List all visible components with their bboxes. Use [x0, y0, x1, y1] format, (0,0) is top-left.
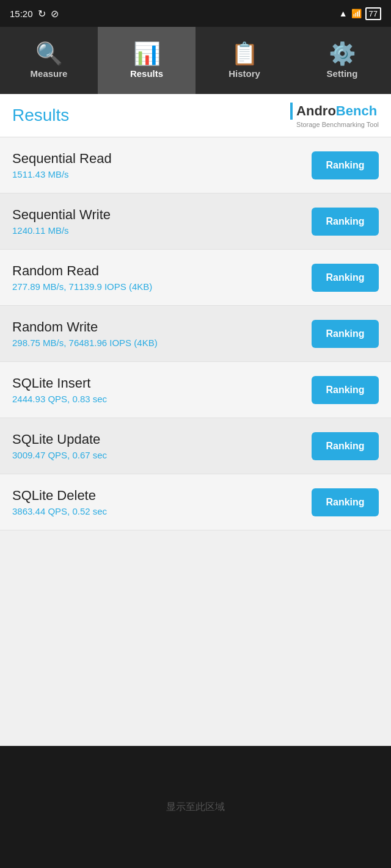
benchmark-row-sqlite-delete: SQLite Delete 3863.44 QPS, 0.52 sec Rank… [0, 474, 391, 530]
benchmark-info-sequential-write: Sequential Write 1240.11 MB/s [12, 207, 312, 236]
ranking-button-sqlite-update[interactable]: Ranking [312, 432, 379, 460]
measure-icon: 🔍 [35, 43, 63, 65]
brand-bench: Bench [336, 103, 377, 119]
tab-history-label: History [228, 68, 260, 79]
benchmark-value-sqlite-delete: 3863.44 QPS, 0.52 sec [12, 506, 312, 516]
benchmark-name-random-read: Random Read [12, 263, 312, 279]
tab-setting-label: Setting [327, 68, 358, 79]
benchmark-value-sequential-write: 1240.11 MB/s [12, 225, 312, 236]
benchmark-info-sqlite-insert: SQLite Insert 2444.93 QPS, 0.83 sec [12, 375, 312, 404]
history-icon: 📋 [231, 43, 258, 65]
results-title: Results [12, 106, 69, 125]
benchmark-row-sequential-write: Sequential Write 1240.11 MB/s Ranking [0, 193, 391, 250]
benchmark-info-random-write: Random Write 298.75 MB/s, 76481.96 IOPS … [12, 319, 312, 348]
brand-sub: Storage Benchmarking Tool [296, 121, 379, 128]
loop-icon: ↻ [38, 8, 46, 20]
tab-setting[interactable]: ⚙️ Setting [293, 27, 391, 94]
benchmark-name-sqlite-delete: SQLite Delete [12, 488, 312, 504]
ranking-button-sqlite-delete[interactable]: Ranking [312, 488, 379, 516]
status-time: 15:20 [10, 9, 33, 19]
benchmark-list: Sequential Read 1511.43 MB/s Ranking Seq… [0, 137, 391, 746]
tab-results-label: Results [130, 68, 163, 79]
benchmark-name-random-write: Random Write [12, 319, 312, 335]
benchmark-name-sqlite-update: SQLite Update [12, 432, 312, 447]
benchmark-row-random-write: Random Write 298.75 MB/s, 76481.96 IOPS … [0, 306, 391, 362]
benchmark-row-sqlite-insert: SQLite Insert 2444.93 QPS, 0.83 sec Rank… [0, 362, 391, 418]
benchmark-value-random-write: 298.75 MB/s, 76481.96 IOPS (4KB) [12, 338, 312, 348]
benchmark-info-sequential-read: Sequential Read 1511.43 MB/s [12, 151, 312, 179]
ranking-button-random-read[interactable]: Ranking [312, 264, 379, 292]
benchmark-info-random-read: Random Read 277.89 MB/s, 71139.9 IOPS (4… [12, 263, 312, 292]
benchmark-info-sqlite-delete: SQLite Delete 3863.44 QPS, 0.52 sec [12, 488, 312, 516]
benchmark-value-sqlite-update: 3009.47 QPS, 0.67 sec [12, 450, 312, 460]
results-icon: 📊 [133, 43, 161, 65]
benchmark-value-random-read: 277.89 MB/s, 71139.9 IOPS (4KB) [12, 281, 312, 292]
benchmark-row-sqlite-update: SQLite Update 3009.47 QPS, 0.67 sec Rank… [0, 418, 391, 474]
brand-name: AndroBench [290, 103, 377, 120]
signal-icon: ▲ [339, 9, 348, 18]
setting-icon: ⚙️ [329, 43, 356, 65]
benchmark-row-random-read: Random Read 277.89 MB/s, 71139.9 IOPS (4… [0, 250, 391, 306]
battery-icon: 77 [365, 7, 381, 20]
benchmark-name-sequential-read: Sequential Read [12, 151, 312, 167]
tab-history[interactable]: 📋 History [196, 27, 293, 94]
tab-measure-label: Measure [31, 68, 68, 79]
block-icon: ⊘ [51, 8, 59, 20]
status-right: ▲ 📶 77 [339, 7, 381, 20]
results-header: Results AndroBench Storage Benchmarking … [0, 94, 391, 137]
status-left: 15:20 ↻ ⊘ [10, 8, 59, 20]
tab-results[interactable]: 📊 Results [98, 27, 196, 94]
benchmark-row-sequential-read: Sequential Read 1511.43 MB/s Ranking [0, 137, 391, 193]
brand-andro: Andro [296, 103, 336, 119]
brand-logo: AndroBench Storage Benchmarking Tool [290, 103, 379, 128]
status-bar: 15:20 ↻ ⊘ ▲ 📶 77 [0, 0, 391, 27]
ranking-button-sequential-write[interactable]: Ranking [312, 208, 379, 236]
tab-measure[interactable]: 🔍 Measure [0, 27, 98, 94]
tab-bar: 🔍 Measure 📊 Results 📋 History ⚙️ Setting [0, 27, 391, 94]
ranking-button-sequential-read[interactable]: Ranking [312, 151, 379, 179]
benchmark-value-sequential-read: 1511.43 MB/s [12, 169, 312, 179]
benchmark-value-sqlite-insert: 2444.93 QPS, 0.83 sec [12, 394, 312, 404]
wifi-icon: 📶 [351, 9, 362, 18]
benchmark-name-sqlite-insert: SQLite Insert [12, 375, 312, 391]
brand-bar-decoration [290, 103, 293, 120]
benchmark-info-sqlite-update: SQLite Update 3009.47 QPS, 0.67 sec [12, 432, 312, 460]
ranking-button-sqlite-insert[interactable]: Ranking [312, 376, 379, 404]
ranking-button-random-write[interactable]: Ranking [312, 320, 379, 348]
bottom-area: 显示至此区域 [0, 746, 391, 868]
benchmark-name-sequential-write: Sequential Write [12, 207, 312, 223]
bottom-text: 显示至此区域 [166, 801, 225, 814]
